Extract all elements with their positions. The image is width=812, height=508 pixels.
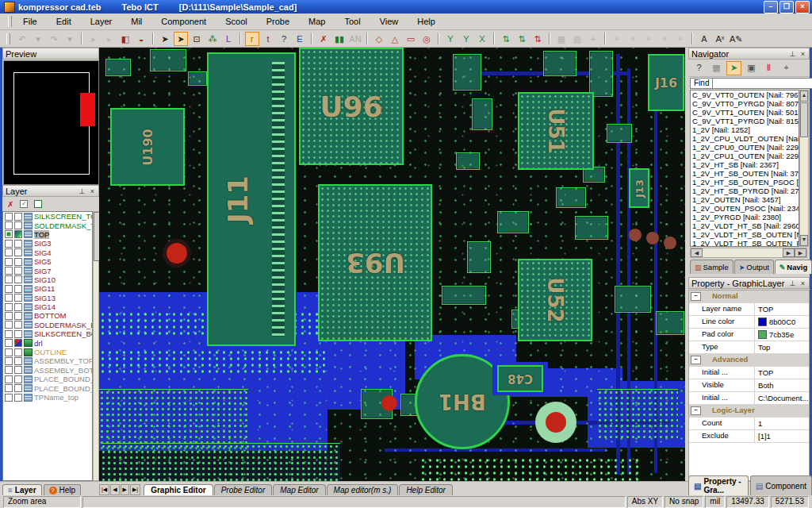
layer-active-checkbox[interactable] bbox=[14, 330, 22, 338]
chip-view-icon[interactable]: ▣ bbox=[744, 61, 759, 75]
prop-row[interactable]: Exclude[1]1 bbox=[689, 430, 809, 443]
layer-visible-checkbox[interactable] bbox=[5, 348, 13, 356]
component-u52[interactable]: U52 bbox=[518, 259, 592, 341]
layer-visible-checkbox[interactable] bbox=[5, 221, 13, 229]
nav-tab-navig[interactable]: ✎Navig bbox=[775, 260, 812, 274]
collapse-icon[interactable]: − bbox=[691, 406, 701, 415]
net-item[interactable]: 1_2V_VLDT_HT_SB [Nail: 2960] bbox=[691, 221, 799, 230]
step-forward-icon[interactable]: ▸ bbox=[102, 32, 117, 46]
net-item[interactable]: C_9V_VTT1_PYRGD [Nail: 815] bbox=[691, 117, 799, 125]
net-item[interactable]: 1_2V_HT_SB [Nail: 2367] bbox=[691, 160, 799, 169]
probe-d-icon[interactable]: ⌖ bbox=[657, 32, 672, 46]
draw-circle-icon[interactable]: ◎ bbox=[419, 32, 434, 46]
component-u96[interactable]: U96 bbox=[299, 48, 404, 165]
layer-visible-checkbox[interactable] bbox=[5, 312, 13, 320]
menu-scool[interactable]: Scool bbox=[218, 15, 255, 28]
layer-active-checkbox[interactable] bbox=[14, 375, 22, 383]
net-item[interactable]: 1_2V_VLDT_HT_SB_OUTEN_PSOC bbox=[691, 239, 799, 247]
net-item[interactable]: 1_2V_OUTEN [Nail: 3457] bbox=[691, 195, 799, 204]
layer-row-silkscreen_top[interactable]: SILKSCREEN_TOP bbox=[3, 212, 92, 221]
net-item[interactable]: 1_2V_HT_SB_OUTEN_PSOC [Nail bbox=[691, 178, 799, 187]
fiducial-via-red[interactable] bbox=[381, 395, 397, 411]
draw-polygon-icon[interactable]: ◇ bbox=[372, 32, 386, 46]
layer-visible-checkbox[interactable] bbox=[5, 339, 13, 347]
select-box-icon[interactable]: ➤ bbox=[174, 32, 188, 46]
layer-visible-checkbox[interactable] bbox=[5, 357, 13, 365]
bend-tool-icon[interactable]: L bbox=[221, 32, 236, 46]
close-button[interactable]: × bbox=[795, 1, 810, 13]
component-u190[interactable]: U190 bbox=[110, 108, 185, 186]
layer-visible-checkbox[interactable] bbox=[5, 285, 13, 293]
layer-row-sig3[interactable]: SIG3 bbox=[3, 239, 92, 248]
layer-active-checkbox[interactable] bbox=[14, 213, 22, 221]
layer-visible-checkbox[interactable] bbox=[5, 213, 13, 221]
fiducial-via-red[interactable] bbox=[546, 412, 566, 433]
layer-active-checkbox[interactable] bbox=[14, 303, 22, 311]
net-item[interactable]: 1_2V_HT_SB_PYRGD [Nail: 2768 bbox=[691, 187, 799, 195]
layer-row-silkscreen_botto[interactable]: SILKSCREEN_BOTTO bbox=[3, 329, 92, 338]
menu-edit[interactable]: Edit bbox=[49, 15, 79, 28]
layer-row-sig4[interactable]: SIG4 bbox=[3, 248, 92, 257]
layer-active-checkbox[interactable] bbox=[14, 285, 22, 293]
net-probe-2-icon[interactable]: Y bbox=[459, 32, 473, 46]
menu-tool[interactable]: Tool bbox=[337, 15, 367, 28]
prev-tab-icon[interactable]: ◀ bbox=[110, 484, 119, 495]
redo-icon[interactable]: ↷ bbox=[47, 32, 61, 46]
layer-row-sig7[interactable]: SIG7 bbox=[3, 266, 92, 275]
probe-b-icon[interactable]: ⌖ bbox=[626, 32, 640, 46]
layer-row-place_bound_bot[interactable]: PLACE_BOUND_BOT bbox=[3, 383, 92, 392]
net-item[interactable]: 1_2V_CPU0_OUTEN [Nail: 2291] bbox=[691, 143, 799, 152]
editor-tab-3[interactable]: Map editor(m s.) bbox=[327, 484, 399, 495]
scroll-right2-icon[interactable]: ▶ bbox=[795, 248, 806, 257]
layer-active-checkbox[interactable] bbox=[14, 321, 22, 329]
prop-section-logic-layer[interactable]: −Logic-Layer bbox=[689, 405, 809, 418]
menu-view[interactable]: View bbox=[373, 15, 406, 28]
pin-marker-icon[interactable]: t bbox=[261, 32, 275, 46]
layer-row-soldermask_top[interactable]: SOLDERMASK_TOP bbox=[3, 221, 92, 229]
layer-active-checkbox[interactable] bbox=[14, 248, 22, 256]
layer-visible-checkbox[interactable] bbox=[5, 394, 13, 402]
scroll-left-icon[interactable]: ◀ bbox=[691, 248, 703, 257]
diode-horizontal-icon[interactable]: ◧ bbox=[118, 32, 132, 46]
layer-active-checkbox[interactable] bbox=[14, 348, 22, 356]
draw-triangle-icon[interactable]: △ bbox=[388, 32, 402, 46]
layer-row-assembly_top[interactable]: ASSEMBLY_TOP bbox=[3, 356, 92, 365]
undo-icon[interactable]: ↶ bbox=[15, 32, 29, 46]
editor-tab-2[interactable]: Map Editor bbox=[273, 484, 325, 495]
prop-row[interactable]: Initial ...C:\Document... bbox=[689, 392, 809, 405]
layer-active-checkbox[interactable] bbox=[14, 258, 22, 266]
first-tab-icon[interactable]: |◀ bbox=[99, 484, 109, 495]
close-panel-icon[interactable]: × bbox=[801, 50, 806, 58]
nav-tab-sample[interactable]: ▥Sample bbox=[690, 260, 733, 274]
net-probe-1-icon[interactable]: Y bbox=[443, 32, 458, 46]
multi-select-icon[interactable]: ⁂ bbox=[205, 32, 220, 46]
prop-row[interactable]: Line color8b00C0 bbox=[689, 316, 809, 329]
probe-icon[interactable]: ⌖ bbox=[779, 61, 794, 75]
menu-help[interactable]: Help bbox=[410, 15, 442, 28]
panel-tab-component[interactable]: ▤Component bbox=[750, 475, 812, 495]
layer-row-sig14[interactable]: SIG14 bbox=[3, 302, 92, 311]
net-item[interactable]: 1_2V_VLDT_HT_SB_OUTEN [Nail bbox=[691, 230, 799, 239]
preview-box[interactable] bbox=[3, 60, 99, 185]
panel-tab-help[interactable]: ?Help bbox=[44, 484, 82, 495]
editor-tab-0[interactable]: Graphic Editor bbox=[144, 484, 213, 495]
layer-active-checkbox[interactable] bbox=[14, 267, 22, 275]
prop-section-advanced[interactable]: −Advanced bbox=[689, 354, 809, 367]
measure-bars-icon[interactable]: ▮▮ bbox=[332, 32, 347, 46]
menu-component[interactable]: Component bbox=[154, 15, 213, 28]
net-pins-icon[interactable]: Ⅱ bbox=[761, 61, 776, 75]
layer-row-sig10[interactable]: SIG10 bbox=[3, 275, 92, 284]
scroll-up-icon[interactable]: ▲ bbox=[800, 90, 808, 102]
layer-row-drl[interactable]: drl bbox=[3, 338, 92, 347]
net-list-hscrollbar[interactable]: ◀ ▶ ▶ bbox=[690, 248, 807, 258]
net-item[interactable]: 1_2V_OUTEN_PSOC [Nail: 2344] bbox=[691, 204, 799, 213]
query-icon[interactable]: ? bbox=[277, 32, 291, 46]
layer-visible-checkbox[interactable] bbox=[5, 230, 13, 238]
prop-row[interactable]: Initial ...TOP bbox=[689, 367, 809, 379]
sync-2-icon[interactable]: ⇅ bbox=[515, 32, 529, 46]
pin-icon[interactable]: ⊥ bbox=[79, 187, 86, 195]
component-j13[interactable]: J13 bbox=[629, 168, 649, 208]
probe-a-icon[interactable]: ⌖ bbox=[610, 32, 624, 46]
text-edit-icon[interactable]: A✎ bbox=[729, 32, 744, 46]
layer-active-checkbox[interactable] bbox=[14, 339, 22, 347]
